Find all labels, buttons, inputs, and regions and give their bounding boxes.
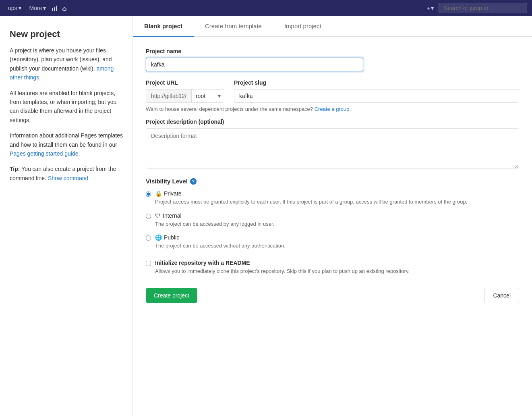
visibility-option-public[interactable]: 🌐 Public The project can be accessed wit… bbox=[146, 234, 519, 250]
tab-create-from-template[interactable]: Create from template bbox=[194, 16, 273, 37]
tab-import-project[interactable]: Import project bbox=[273, 16, 333, 37]
top-navigation: ups ▾ More ▾ + ▾ bbox=[0, 0, 532, 16]
form-actions: Create project Cancel bbox=[146, 288, 519, 303]
visibility-radio-public[interactable] bbox=[146, 235, 151, 241]
cancel-button[interactable]: Cancel bbox=[484, 288, 519, 303]
visibility-radio-private[interactable] bbox=[146, 191, 151, 197]
globe-icon: 🌐 bbox=[155, 234, 162, 241]
plus-arrow: ▾ bbox=[431, 5, 434, 11]
create-group-link[interactable]: Create a group. bbox=[315, 106, 351, 112]
visibility-group: Visibility Level ? 🔒 Private Project acc… bbox=[146, 178, 519, 250]
project-slug-label: Project slug bbox=[234, 79, 519, 86]
init-readme-label: Initialize repository with a README bbox=[155, 260, 410, 266]
project-slug-group: Project slug bbox=[234, 79, 519, 103]
main-content: Blank project Create from template Impor… bbox=[133, 16, 532, 416]
project-url-group: Project URL http://gitlab12/ root ▾ bbox=[146, 79, 224, 103]
svg-rect-1 bbox=[54, 7, 55, 11]
init-readme-group: Initialize repository with a README Allo… bbox=[146, 260, 519, 275]
create-project-button[interactable]: Create project bbox=[146, 288, 197, 303]
groups-menu[interactable]: ups ▾ bbox=[5, 3, 25, 13]
init-readme-checkbox[interactable] bbox=[146, 261, 151, 266]
sidebar-desc-3: Information about additional Pages templ… bbox=[10, 131, 123, 158]
internal-desc: The project can be accessed by any logge… bbox=[155, 220, 519, 228]
svg-rect-0 bbox=[52, 8, 53, 11]
visibility-option-internal[interactable]: 🛡 Internal The project can be accessed b… bbox=[146, 212, 519, 228]
more-arrow: ▾ bbox=[43, 5, 46, 11]
project-slug-input[interactable] bbox=[234, 89, 519, 103]
visibility-option-private[interactable]: 🔒 Private Project access must be granted… bbox=[146, 190, 519, 206]
description-textarea[interactable] bbox=[146, 128, 519, 168]
description-group: Project description (optional) bbox=[146, 119, 519, 170]
global-search-input[interactable] bbox=[439, 3, 527, 13]
description-label: Project description (optional) bbox=[146, 119, 519, 125]
url-prefix: http://gitlab12/ bbox=[146, 89, 192, 102]
project-name-input[interactable] bbox=[146, 58, 363, 71]
sidebar-desc-2: All features are enabled for blank proje… bbox=[10, 89, 123, 125]
new-project-form: Project name Project URL http://gitlab12… bbox=[133, 37, 532, 314]
tabs-container: Blank project Create from template Impor… bbox=[133, 16, 532, 37]
sidebar-desc-1: A project is where you house your files … bbox=[10, 46, 123, 82]
private-desc: Project access must be granted explicitl… bbox=[155, 198, 519, 206]
svg-rect-2 bbox=[56, 6, 57, 11]
show-command-link[interactable]: Show command bbox=[48, 175, 88, 181]
init-readme-desc: Allows you to immediately clone this pro… bbox=[155, 267, 410, 275]
sidebar: New project A project is where you house… bbox=[0, 16, 133, 416]
plus-icon: + bbox=[427, 5, 430, 11]
visibility-options: 🔒 Private Project access must be granted… bbox=[146, 190, 519, 250]
public-desc: The project can be accessed without any … bbox=[155, 242, 519, 250]
page-title: New project bbox=[10, 29, 123, 40]
lock-icon: 🔒 bbox=[155, 190, 162, 197]
groups-arrow: ▾ bbox=[19, 5, 21, 11]
namespace-select[interactable]: root bbox=[192, 89, 224, 102]
more-label: More bbox=[29, 5, 42, 11]
project-url-label: Project URL bbox=[146, 79, 224, 86]
namespace-select-wrapper: root ▾ bbox=[192, 89, 224, 102]
page-container: New project A project is where you house… bbox=[0, 16, 532, 416]
sidebar-tip: Tip: You can also create a project from … bbox=[10, 164, 123, 183]
link-icon[interactable] bbox=[60, 4, 68, 12]
url-slug-row: Project URL http://gitlab12/ root ▾ Proj… bbox=[146, 79, 519, 103]
visibility-radio-internal[interactable] bbox=[146, 214, 151, 219]
visibility-help-icon[interactable]: ? bbox=[190, 178, 197, 185]
pages-guide-link[interactable]: Pages getting started guide bbox=[10, 150, 78, 157]
chart-icon[interactable] bbox=[51, 4, 59, 12]
shield-icon: 🛡 bbox=[155, 212, 161, 219]
project-name-group: Project name bbox=[146, 48, 519, 71]
tab-blank-project[interactable]: Blank project bbox=[133, 16, 194, 37]
url-input-row: http://gitlab12/ root ▾ bbox=[146, 89, 224, 103]
groups-label: ups bbox=[8, 5, 17, 11]
visibility-label: Visibility Level ? bbox=[146, 178, 519, 185]
url-hint: Want to house several dependent projects… bbox=[146, 106, 519, 112]
more-menu[interactable]: More ▾ bbox=[26, 3, 50, 13]
new-item-button[interactable]: + ▾ bbox=[424, 3, 437, 13]
project-name-label: Project name bbox=[146, 48, 519, 54]
